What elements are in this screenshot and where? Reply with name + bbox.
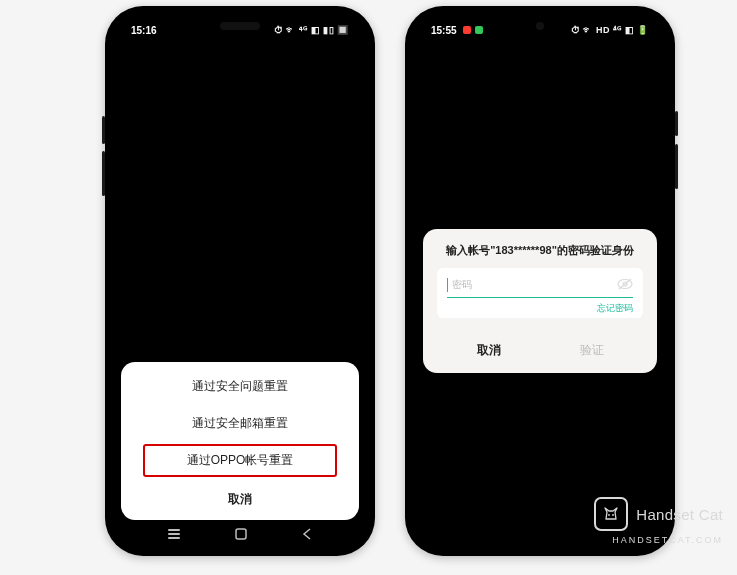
watermark-cat-icon (594, 497, 628, 531)
svg-rect-2 (168, 537, 180, 539)
screen-right: 15:55 ⏱ ᯤ HD ⁴ᴳ ◧ 🔋 输入帐号"183******98"的密码… (413, 14, 667, 548)
dialog-account: 183******98 (495, 244, 551, 256)
dialog-title: 输入帐号"183******98"的密码验证身份 (437, 243, 643, 268)
reset-option-security-question[interactable]: 通过安全问题重置 (121, 368, 359, 405)
svg-rect-0 (168, 533, 180, 535)
phone-right: 15:55 ⏱ ᯤ HD ⁴ᴳ ◧ 🔋 输入帐号"183******98"的密码… (405, 6, 675, 556)
svg-point-7 (608, 514, 610, 516)
reset-option-security-email[interactable]: 通过安全邮箱重置 (121, 405, 359, 442)
text-cursor (447, 278, 448, 292)
status-dot-green (475, 26, 483, 34)
reset-action-sheet: 通过安全问题重置 通过安全邮箱重置 通过OPPO帐号重置 取消 (121, 362, 359, 520)
nav-recent-icon[interactable] (168, 529, 180, 539)
password-verify-dialog: 输入帐号"183******98"的密码验证身份 密码 忘记密码 取消 验证 (423, 229, 657, 373)
watermark: Handset Cat (594, 497, 723, 531)
status-tray: ⏱ ᯤ HD ⁴ᴳ ◧ 🔋 (571, 25, 649, 35)
password-input[interactable]: 密码 (447, 277, 633, 293)
dialog-cancel-button[interactable]: 取消 (437, 332, 540, 365)
status-dot-red (463, 26, 471, 34)
dialog-confirm-button[interactable]: 验证 (540, 332, 643, 365)
cancel-button[interactable]: 取消 (121, 479, 359, 518)
svg-point-8 (612, 514, 614, 516)
status-time: 15:16 (131, 25, 157, 36)
nav-home-icon[interactable] (235, 528, 247, 540)
password-visibility-icon[interactable] (617, 276, 633, 294)
punch-hole (536, 22, 544, 30)
side-button (102, 151, 105, 196)
input-underline (447, 297, 633, 298)
password-field-wrapper: 密码 忘记密码 (437, 268, 643, 318)
phone-left: 15:16 ⏱ ᯤ ⁴ᴳ ◧ ▮▯ 🔲 通过安全问题重置 通过安全邮箱重置 通过… (105, 6, 375, 556)
forgot-password-link[interactable]: 忘记密码 (447, 302, 633, 315)
nav-back-icon[interactable] (302, 528, 312, 540)
dialog-buttons: 取消 验证 (437, 332, 643, 365)
status-recording-dots (463, 26, 483, 34)
svg-rect-1 (168, 529, 180, 531)
side-button (675, 144, 678, 189)
android-nav-bar (113, 526, 367, 542)
status-time: 15:55 (431, 25, 457, 36)
notch (220, 22, 260, 30)
watermark-name: Handset Cat (636, 506, 723, 523)
password-placeholder: 密码 (452, 278, 472, 292)
watermark-url: HANDSETCAT.COM (612, 535, 723, 545)
reset-option-oppo-account[interactable]: 通过OPPO帐号重置 (143, 444, 337, 477)
screen-left: 15:16 ⏱ ᯤ ⁴ᴳ ◧ ▮▯ 🔲 通过安全问题重置 通过安全邮箱重置 通过… (113, 14, 367, 548)
status-tray: ⏱ ᯤ ⁴ᴳ ◧ ▮▯ 🔲 (274, 25, 349, 35)
side-button (102, 116, 105, 144)
side-button (675, 111, 678, 136)
svg-rect-3 (236, 529, 246, 539)
